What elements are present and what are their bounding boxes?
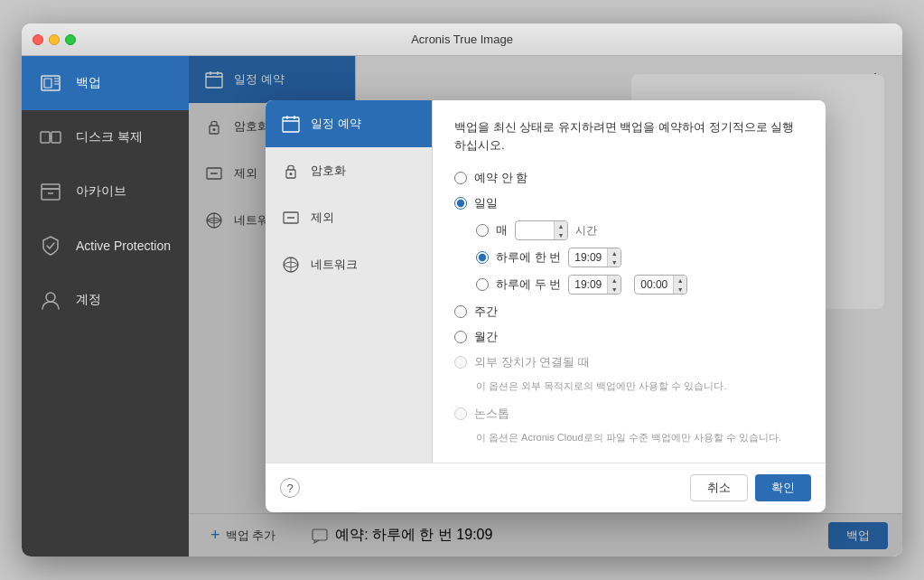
label-time-unit: 시간 — [575, 223, 597, 239]
backup-icon — [36, 69, 65, 98]
minimize-button[interactable] — [49, 34, 60, 45]
radio-continuous — [454, 407, 467, 420]
once-time-spinner[interactable]: 19:09 ▲ ▼ — [568, 248, 621, 267]
option-twice-day: 하루에 두 번 19:09 ▲ ▼ — [476, 275, 804, 295]
modal-actions: 취소 확인 — [690, 474, 811, 501]
disk-clone-icon — [36, 123, 65, 152]
modal-item-schedule-label: 일정 예약 — [311, 116, 361, 132]
modal-right-content: 백업을 최신 상태로 유지하려면 백업을 예약하여 정기적으로 실행하십시오. … — [433, 100, 826, 463]
schedule-modal: 일정 예약 암호화 — [266, 100, 826, 512]
svg-rect-6 — [51, 132, 61, 143]
option-daily: 일일 — [454, 195, 804, 211]
twice-time1-value: 19:09 — [569, 276, 607, 293]
title-bar: Acronis True Image — [22, 23, 902, 56]
twice-time2-value: 00:00 — [635, 276, 673, 293]
cancel-button[interactable]: 취소 — [690, 474, 748, 501]
sidebar-item-backup[interactable]: 백업 — [22, 56, 189, 110]
modal-footer: ? 취소 확인 — [266, 463, 826, 512]
sidebar-item-account[interactable]: 계정 — [22, 273, 189, 327]
option-per-hours: 매 ▲ ▼ 시간 — [476, 220, 804, 240]
main-window: Acronis True Image 백업 — [22, 23, 902, 557]
modal-overlay: 일정 예약 암호화 — [189, 56, 902, 557]
continuous-note: 이 옵션은 Acronis Cloud로의 파일 수준 백업에만 사용할 수 있… — [476, 431, 804, 444]
maximize-button[interactable] — [65, 34, 76, 45]
label-twice-day: 하루에 두 번 — [496, 276, 561, 293]
window-title: Acronis True Image — [411, 33, 513, 46]
option-no-schedule: 예약 안 함 — [454, 170, 804, 186]
modal-left-sidebar: 일정 예약 암호화 — [266, 100, 433, 463]
radio-monthly[interactable] — [454, 331, 467, 343]
svg-rect-23 — [283, 117, 299, 132]
hours-up-btn[interactable]: ▲ — [555, 221, 567, 230]
modal-item-network[interactable]: 네트워크 — [266, 241, 432, 288]
option-once-day: 하루에 한 번 19:09 ▲ ▼ — [476, 248, 804, 267]
sidebar-label-archive: 아카이브 — [76, 183, 126, 200]
active-protection-icon — [36, 231, 65, 260]
modal-item-schedule[interactable]: 일정 예약 — [266, 100, 432, 147]
svg-rect-5 — [41, 132, 50, 143]
modal-schedule-icon — [280, 113, 302, 135]
twice-time1-spinner[interactable]: 19:09 ▲ ▼ — [568, 275, 621, 295]
modal-item-network-label: 네트워크 — [311, 257, 358, 273]
twice-time1-down-btn[interactable]: ▼ — [608, 285, 621, 294]
account-icon — [36, 285, 65, 314]
twice-time2-up-btn[interactable]: ▲ — [674, 276, 686, 285]
daily-sub-options: 매 ▲ ▼ 시간 — [476, 220, 804, 295]
label-when-connected: 외부 장치가 연결될 때 — [474, 354, 590, 370]
twice-time2-down-btn[interactable]: ▼ — [674, 285, 686, 294]
svg-point-28 — [290, 173, 293, 175]
radio-per-hours[interactable] — [476, 224, 489, 237]
close-button[interactable] — [33, 34, 43, 45]
radio-twice-day[interactable] — [476, 278, 489, 291]
modal-item-exclusion[interactable]: 제외 — [266, 194, 432, 241]
once-time-up-btn[interactable]: ▲ — [608, 248, 621, 257]
modal-item-exclusion-label: 제외 — [311, 210, 334, 226]
radio-once-day[interactable] — [476, 251, 489, 264]
svg-rect-9 — [42, 189, 60, 200]
option-monthly: 월간 — [454, 329, 804, 345]
twice-time2-spinner[interactable]: 00:00 ▲ ▼ — [634, 275, 687, 295]
label-continuous: 논스톱 — [474, 406, 509, 422]
modal-inner: 일정 예약 암호화 — [266, 100, 826, 463]
option-when-connected: 외부 장치가 연결될 때 — [454, 354, 804, 370]
option-continuous: 논스톱 — [454, 406, 804, 422]
modal-description: 백업을 최신 상태로 유지하려면 백업을 예약하여 정기적으로 실행하십시오. — [454, 118, 804, 154]
sidebar-label-disk-clone: 디스크 복제 — [76, 129, 143, 145]
sidebar-item-archive[interactable]: 아카이브 — [22, 164, 189, 219]
modal-item-encryption[interactable]: 암호화 — [266, 147, 432, 194]
sidebar-item-disk-clone[interactable]: 디스크 복제 — [22, 110, 189, 164]
label-daily: 일일 — [474, 195, 498, 211]
archive-icon — [36, 177, 65, 206]
hours-value — [516, 229, 554, 232]
radio-when-connected — [454, 356, 467, 369]
radio-daily[interactable] — [454, 197, 467, 210]
sidebar: 백업 디스크 복제 — [22, 56, 189, 557]
svg-point-11 — [46, 293, 55, 302]
twice-time1-up-btn[interactable]: ▲ — [608, 276, 621, 285]
sidebar-item-active-protection[interactable]: Active Protection — [22, 219, 189, 273]
hours-spinner[interactable]: ▲ ▼ — [515, 220, 568, 240]
modal-item-encryption-label: 암호화 — [311, 163, 346, 179]
sidebar-label-backup: 백업 — [76, 75, 101, 91]
schedule-options: 예약 안 함 일일 — [454, 170, 804, 444]
svg-rect-1 — [44, 79, 51, 88]
radio-no-schedule[interactable] — [454, 172, 467, 184]
modal-exclusion-icon — [280, 207, 302, 229]
label-once-day: 하루에 한 번 — [496, 249, 561, 266]
confirm-button[interactable]: 확인 — [755, 474, 811, 501]
option-weekly: 주간 — [454, 304, 804, 320]
sidebar-label-account: 계정 — [76, 292, 101, 308]
main-content: 백업 디스크 복제 — [22, 56, 902, 557]
hours-down-btn[interactable]: ▼ — [555, 230, 567, 239]
label-monthly: 월간 — [474, 329, 498, 345]
help-button[interactable]: ? — [280, 478, 300, 498]
modal-encryption-icon — [280, 160, 302, 182]
traffic-lights — [33, 34, 76, 45]
when-connected-note: 이 옵션은 외부 목적지로의 백업에만 사용할 수 있습니다. — [476, 379, 804, 393]
radio-weekly[interactable] — [454, 305, 467, 318]
once-time-down-btn[interactable]: ▼ — [608, 257, 621, 267]
sidebar-label-active-protection: Active Protection — [76, 239, 171, 253]
label-no-schedule: 예약 안 함 — [474, 170, 527, 186]
modal-network-icon — [280, 254, 302, 276]
label-weekly: 주간 — [474, 304, 498, 320]
